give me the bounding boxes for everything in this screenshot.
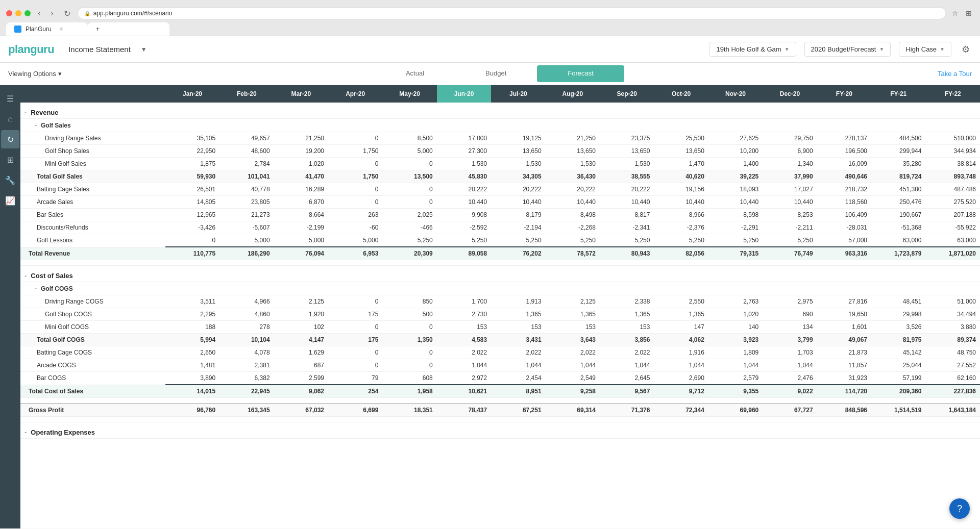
table-cell: 9,567 bbox=[600, 385, 654, 398]
table-cell: 1,365 bbox=[600, 308, 654, 321]
scenario-dropdown[interactable]: High Case ▼ bbox=[899, 42, 951, 57]
row-label: Golf Shop Sales bbox=[20, 145, 165, 158]
back-button[interactable]: ‹ bbox=[35, 8, 43, 19]
table-cell: 2,338 bbox=[600, 295, 654, 308]
table-cell: 1,044 bbox=[708, 359, 763, 372]
refresh-button[interactable]: ↻ bbox=[61, 8, 74, 19]
table-cell: 2,022 bbox=[546, 346, 600, 359]
table-cell: 5,250 bbox=[600, 234, 654, 247]
help-button[interactable]: ? bbox=[949, 498, 970, 519]
table-cell: 153 bbox=[437, 321, 491, 334]
table-cell: -2,592 bbox=[437, 221, 491, 234]
tab-budget[interactable]: Budget bbox=[455, 65, 537, 82]
table-cell: 89,058 bbox=[437, 247, 491, 260]
table-cell: 72,344 bbox=[654, 404, 708, 417]
col-nov20: Nov-20 bbox=[708, 85, 763, 103]
col-may20: May-20 bbox=[382, 85, 436, 103]
table-cell: 8,817 bbox=[600, 209, 654, 221]
income-statement-chevron[interactable]: ▼ bbox=[141, 46, 147, 53]
row-label: Golf Lessons bbox=[20, 234, 165, 247]
close-dot[interactable] bbox=[6, 10, 12, 16]
period-dropdown[interactable]: 2020 Budget/Forecast ▼ bbox=[804, 42, 891, 57]
sidebar-chart-icon[interactable]: ↻ bbox=[1, 130, 19, 148]
table-cell: 175 bbox=[328, 334, 382, 346]
table-cell: 2,972 bbox=[437, 372, 491, 385]
table-cell: 2,022 bbox=[437, 346, 491, 359]
section-header: -Cost of Sales bbox=[20, 266, 980, 282]
table-cell: 9,908 bbox=[437, 209, 491, 221]
sidebar-menu-icon[interactable]: ☰ bbox=[1, 89, 19, 108]
address-bar[interactable]: 🔒 app.planguru.com/#/scenario bbox=[78, 7, 946, 19]
table-cell: 196,500 bbox=[817, 145, 871, 158]
table-cell: 8,951 bbox=[491, 385, 545, 398]
sidebar-tools-icon[interactable]: 🔧 bbox=[1, 171, 19, 189]
company-chevron-icon: ▼ bbox=[785, 46, 790, 52]
table-cell: 8,966 bbox=[654, 209, 708, 221]
row-label: Total Revenue bbox=[20, 247, 165, 260]
extensions-button[interactable]: ⊞ bbox=[964, 8, 974, 18]
row-label: Batting Cage Sales bbox=[20, 183, 165, 196]
table-cell: 1,750 bbox=[328, 170, 382, 183]
table-cell: 20,309 bbox=[382, 247, 436, 260]
browser-tab[interactable]: PlanGuru × bbox=[6, 22, 88, 36]
company-dropdown[interactable]: 19th Hole Golf & Gam ▼ bbox=[709, 42, 796, 57]
star-button[interactable]: ☆ bbox=[950, 8, 961, 18]
table-cell: 1,514,519 bbox=[871, 404, 925, 417]
table-cell: 67,727 bbox=[763, 404, 817, 417]
tab-forecast[interactable]: Forecast bbox=[537, 65, 624, 82]
table-cell: 13,650 bbox=[546, 145, 600, 158]
table-cell: 1,913 bbox=[491, 295, 545, 308]
sidebar-analytics-icon[interactable]: 📈 bbox=[1, 191, 19, 210]
table-cell: 39,225 bbox=[708, 170, 763, 183]
sidebar-home-icon[interactable]: ⌂ bbox=[1, 110, 19, 128]
table-cell: 278 bbox=[219, 321, 274, 334]
table-cell: 5,250 bbox=[763, 234, 817, 247]
table-cell: 490,646 bbox=[817, 170, 871, 183]
viewing-options[interactable]: Viewing Options ▾ bbox=[8, 70, 62, 78]
table-cell: 10,200 bbox=[708, 145, 763, 158]
sidebar-dashboard-icon[interactable]: ⊞ bbox=[1, 150, 19, 169]
tour-link[interactable]: Take a Tour bbox=[938, 70, 972, 78]
table-cell: 0 bbox=[328, 158, 382, 170]
table-cell: 2,454 bbox=[491, 372, 545, 385]
table-cell: -2,341 bbox=[600, 221, 654, 234]
table-cell: 690 bbox=[763, 308, 817, 321]
table-cell: 4,062 bbox=[654, 334, 708, 346]
table-cell: 0 bbox=[328, 321, 382, 334]
table-cell: 140 bbox=[708, 321, 763, 334]
table-cell: 29,998 bbox=[871, 308, 925, 321]
minimize-dot[interactable] bbox=[15, 10, 21, 16]
table-cell: 118,560 bbox=[817, 196, 871, 209]
table-cell: -2,268 bbox=[546, 221, 600, 234]
table-cell: 3,880 bbox=[925, 321, 980, 334]
row-label: Bar Sales bbox=[20, 209, 165, 221]
table-cell: 1,340 bbox=[763, 158, 817, 170]
table-cell: 29,750 bbox=[763, 132, 817, 145]
financial-table: Jan-20 Feb-20 Mar-20 Apr-20 May-20 Jun-2… bbox=[20, 85, 980, 439]
table-cell: 850 bbox=[382, 295, 436, 308]
maximize-dot[interactable] bbox=[24, 10, 31, 16]
row-label: Mini Golf Sales bbox=[20, 158, 165, 170]
table-cell: 10,440 bbox=[546, 196, 600, 209]
row-label: Arcade COGS bbox=[20, 359, 165, 372]
settings-button[interactable]: ⚙ bbox=[960, 42, 972, 57]
table-cell: 27,625 bbox=[708, 132, 763, 145]
table-container[interactable]: Jan-20 Feb-20 Mar-20 Apr-20 May-20 Jun-2… bbox=[20, 85, 980, 528]
table-cell: 80,943 bbox=[600, 247, 654, 260]
table-cell: 218,732 bbox=[817, 183, 871, 196]
table-cell: 207,188 bbox=[925, 209, 980, 221]
table-cell: 22,945 bbox=[219, 385, 274, 398]
logo: planguru bbox=[8, 43, 54, 56]
table-cell: 12,965 bbox=[165, 209, 219, 221]
table-cell: 2,125 bbox=[546, 295, 600, 308]
col-apr20: Apr-20 bbox=[328, 85, 382, 103]
table-cell: 1,400 bbox=[708, 158, 763, 170]
tab-actual[interactable]: Actual bbox=[375, 65, 455, 82]
table-cell: 79,315 bbox=[708, 247, 763, 260]
table-cell: 1,365 bbox=[654, 308, 708, 321]
table-cell: 63,000 bbox=[871, 234, 925, 247]
tab-close-button[interactable]: × bbox=[60, 26, 63, 33]
forward-button[interactable]: › bbox=[47, 8, 56, 19]
table-cell: 62,160 bbox=[925, 372, 980, 385]
new-tab-button[interactable]: + bbox=[88, 22, 169, 36]
